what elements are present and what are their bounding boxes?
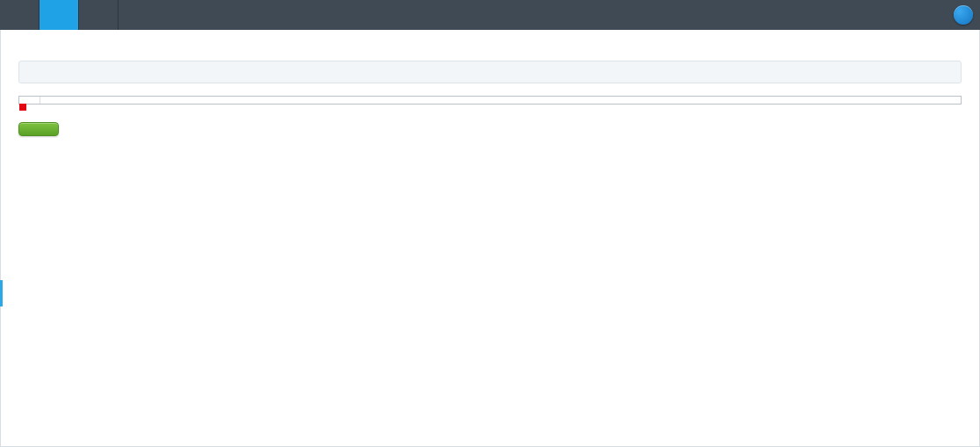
tab-site-icon[interactable] — [79, 0, 119, 30]
top-nav — [0, 0, 980, 30]
tab-css-management[interactable] — [40, 0, 79, 30]
highlight-annotation — [19, 104, 26, 111]
help-icon[interactable] — [954, 5, 973, 25]
info-box — [18, 61, 962, 83]
css-editor[interactable] — [18, 96, 962, 105]
tab-design-change[interactable] — [0, 0, 40, 30]
accent-stripe — [0, 280, 3, 306]
title-row — [18, 47, 962, 48]
editor-gutter — [19, 97, 40, 104]
editor-code[interactable] — [40, 97, 54, 104]
page-body — [0, 30, 980, 447]
save-button[interactable] — [18, 122, 59, 136]
